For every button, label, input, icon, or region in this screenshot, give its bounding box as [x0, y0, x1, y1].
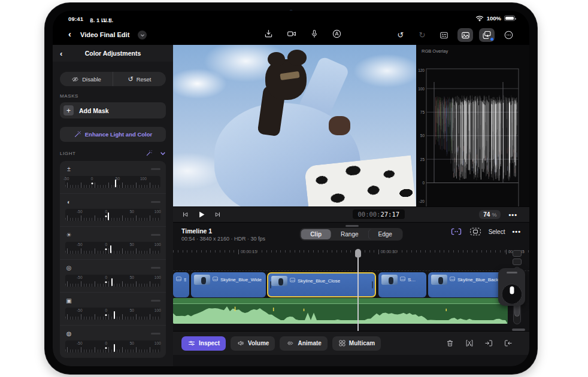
slider-value[interactable]	[151, 333, 160, 335]
enhance-light-color-button[interactable]: Enhance Light and Color	[60, 127, 166, 142]
inspect-button[interactable]: Inspect	[181, 336, 226, 351]
multicam-button[interactable]: Multicam	[332, 336, 381, 351]
black-point-icon: ▣	[65, 297, 72, 304]
redo-button[interactable]: ↻	[414, 28, 430, 42]
slider-scale[interactable]: -50050100	[65, 275, 160, 287]
track-height-button[interactable]	[513, 259, 522, 265]
color-adjustments-panel: ‹ Color Adjustments Disable ↺ Reset MASK…	[53, 45, 173, 366]
timeline-ruler[interactable]: 00:00:1500:00:3000:00:45	[173, 248, 529, 262]
track-height-button[interactable]	[513, 250, 522, 257]
animate-button[interactable]: Animate	[280, 336, 327, 351]
insert-clip-button[interactable]	[484, 339, 493, 348]
skip-back-icon[interactable]	[181, 211, 189, 218]
select-tool-icon[interactable]	[469, 227, 481, 236]
battery-percent: 100%	[487, 15, 501, 22]
slider-highlights[interactable]: ◎-50050100	[60, 260, 166, 293]
animate-icon	[286, 339, 295, 347]
delete-button[interactable]	[445, 339, 454, 348]
jog-wheel-panel[interactable]	[498, 268, 525, 306]
viewer-zoom-button[interactable]: 74%	[479, 210, 501, 219]
slider-value[interactable]	[151, 168, 160, 170]
image-icon	[213, 276, 218, 281]
slider-black-point[interactable]: ▣-50050100	[60, 293, 166, 326]
timecode-display[interactable]: 00:00:27:17	[353, 209, 405, 219]
media-browser-icon[interactable]	[457, 28, 473, 42]
viewer-more-icon[interactable]: •••	[508, 211, 517, 218]
project-title: Video Final Edit	[80, 31, 129, 38]
light-collapse-chevron-icon[interactable]	[160, 151, 166, 156]
slider-contrast[interactable]: ◐-50050100	[60, 194, 166, 227]
slider-value[interactable]	[151, 267, 160, 269]
slider-value[interactable]	[151, 201, 160, 203]
import-icon[interactable]	[263, 29, 274, 39]
top-toolbar: ‹ Video Final Edit ↺ ↻	[53, 26, 529, 45]
slider-scale[interactable]: -50050100	[65, 176, 160, 188]
disable-button[interactable]: Disable	[60, 72, 113, 86]
effects-icon[interactable]	[479, 28, 495, 42]
svg-text:75: 75	[420, 110, 425, 114]
svg-text:100: 100	[418, 87, 425, 91]
contrast-icon: ◐	[65, 199, 72, 205]
reset-button[interactable]: ↺ Reset	[113, 72, 166, 86]
volume-button[interactable]: Volume	[231, 336, 275, 351]
battery-icon	[504, 16, 515, 21]
timeline-clip[interactable]: Skyline_Blue_Close	[267, 272, 376, 297]
add-mask-label: Add Mask	[79, 107, 109, 114]
undo-button[interactable]: ↺	[393, 28, 408, 42]
ipad-device-frame: 09:41 อ. 1 เม.ย. 100% ‹ Video Final Edit…	[45, 3, 537, 374]
shadows-icon: ◍	[65, 330, 72, 337]
timeline-toolbar: InspectVolumeAnimateMulticam	[173, 331, 529, 355]
disable-reset-group: Disable ↺ Reset	[60, 72, 166, 86]
video-preview[interactable]	[173, 45, 416, 206]
jog-dial[interactable]	[502, 284, 522, 304]
clip-thumbnail	[431, 275, 447, 285]
notification-dot	[490, 38, 493, 41]
timeline-clip[interactable]: Skyline_Blue_Background	[428, 272, 508, 297]
camera-icon[interactable]	[286, 29, 297, 39]
magic-wand-icon	[74, 130, 81, 138]
light-wand-icon[interactable]	[146, 150, 153, 157]
mode-range[interactable]: Range	[331, 229, 368, 239]
panel-back-chevron-icon[interactable]: ‹	[60, 49, 62, 58]
slider-shadows[interactable]: ◍-50050100	[60, 326, 166, 358]
svg-text:0: 0	[422, 181, 425, 185]
slider-brightness[interactable]: ☀-50050100	[60, 227, 166, 260]
timeline-clip[interactable]: Skyline_Blue_Wide	[191, 272, 266, 297]
mode-clip[interactable]: Clip	[301, 229, 331, 239]
mic-icon[interactable]	[310, 29, 319, 39]
timeline-clip[interactable]: Sk…	[173, 272, 189, 297]
title-chevron-down-icon[interactable]	[138, 31, 147, 39]
audio-track[interactable]	[173, 298, 508, 324]
adjustments-panel-icon[interactable]	[436, 28, 451, 42]
play-button[interactable]	[197, 210, 206, 219]
overwrite-clip-button[interactable]	[504, 339, 513, 348]
enhance-label: Enhance Light and Color	[85, 131, 152, 138]
clip-connections-icon[interactable]	[450, 227, 462, 236]
draw-icon[interactable]	[332, 29, 342, 39]
select-label[interactable]: Select	[489, 229, 505, 235]
timeline-header: Timeline 1 00:54 · 3840 x 2160 · HDR · 3…	[173, 223, 529, 248]
inspect-icon	[187, 339, 196, 347]
jog-drag-bar[interactable]	[507, 272, 517, 273]
slider-value[interactable]	[151, 300, 160, 302]
skip-forward-icon[interactable]	[214, 211, 222, 218]
svg-text:-20: -20	[419, 199, 425, 203]
slider-value[interactable]	[151, 234, 160, 236]
mode-edge[interactable]: Edge	[368, 229, 402, 239]
slider-exposure[interactable]: ±-50050100	[60, 161, 166, 194]
timeline-more-icon[interactable]: •••	[512, 228, 521, 235]
status-bar: 09:41 อ. 1 เม.ย. 100%	[53, 11, 529, 26]
playhead-handle[interactable]	[355, 249, 361, 257]
blade-cut-button[interactable]	[465, 339, 474, 348]
slider-scale[interactable]: -50050100	[65, 308, 160, 320]
slider-scale[interactable]: -50050100	[65, 340, 160, 352]
light-label: LIGHT	[60, 151, 76, 156]
back-chevron-icon[interactable]: ‹	[68, 29, 71, 39]
slider-scale[interactable]: -50050100	[65, 209, 160, 221]
add-mask-button[interactable]: + Add Mask	[60, 102, 166, 118]
playhead-line	[357, 258, 359, 331]
more-options-icon[interactable]	[501, 28, 516, 42]
figure-hair-bun	[268, 52, 284, 66]
slider-scale[interactable]: -50050100	[65, 242, 160, 254]
timeline-clip[interactable]: S…	[378, 272, 426, 297]
